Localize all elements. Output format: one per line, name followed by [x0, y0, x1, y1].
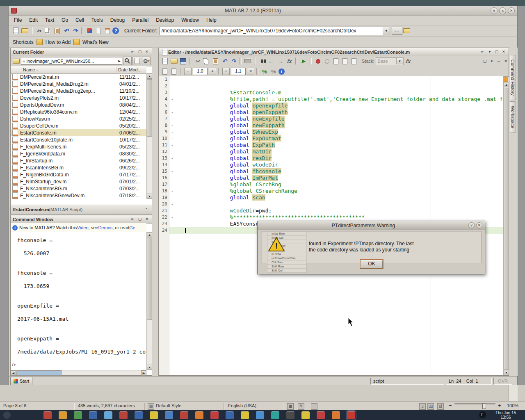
code-text[interactable]: global ImParMat — [175, 168, 503, 175]
getting-started-link[interactable]: Ge — [129, 225, 135, 230]
file-row[interactable]: DMPexcel2mat_MediaDrug2exp... 11/10/2... — [11, 87, 146, 94]
panel-menu-icon[interactable]: ▾ — [487, 49, 493, 55]
copy-icon[interactable] — [202, 57, 210, 65]
scroll-down-icon[interactable]: ▼ — [147, 365, 152, 370]
file-row[interactable]: F_IscanIntensBG.m 09/22/2... — [11, 164, 146, 171]
cut-icon[interactable]: ✂ — [35, 27, 43, 35]
paste-icon[interactable] — [211, 57, 219, 65]
stack-combobox[interactable]: Base ▾ — [376, 57, 404, 65]
word-count[interactable]: 435 words, 2,697 characters — [78, 403, 135, 408]
combo-dropdown-icon[interactable]: ▾ — [383, 27, 390, 35]
set-breakpoint-icon[interactable] — [314, 57, 322, 65]
profiler-icon[interactable] — [103, 27, 112, 35]
file-row[interactable]: F_NIscanIntensBGnewDev.m 07/18/2... — [11, 192, 146, 199]
stack-dropdown-icon[interactable]: ▾ — [396, 58, 403, 64]
breakpoint-column[interactable]: - — [169, 96, 175, 103]
taskbar-app-icon[interactable] — [347, 411, 355, 419]
step-out-icon[interactable] — [350, 57, 358, 65]
menu-item[interactable]: Debug — [107, 16, 128, 24]
code-text[interactable]: %[file,path] = uiputfile('.mat','Create … — [175, 89, 503, 96]
matlab-titlebar[interactable]: MATLAB 7.12.0 (R2011a) ∨ ∧ ✕ — [9, 6, 517, 16]
breakpoint-column[interactable]: - — [169, 122, 175, 129]
step-icon[interactable] — [332, 57, 340, 65]
taskbar-app-icon[interactable] — [89, 411, 97, 419]
start-button[interactable]: Start — [10, 377, 32, 385]
code-line[interactable]: 4 - global openExpfile — [159, 96, 503, 103]
scroll-up-icon[interactable]: ▲ — [147, 232, 152, 237]
file-row[interactable]: DshowRaw.m 02/25/2... — [11, 115, 146, 122]
code-line[interactable]: 9 - global ExpOutmat — [159, 129, 503, 135]
redo-icon[interactable]: ↷ — [229, 57, 237, 65]
up-folder-icon[interactable] — [403, 27, 411, 35]
code-text[interactable]: global openExppath — [175, 103, 503, 109]
code-text[interactable]: global newExpfile — [175, 109, 503, 116]
insert-cell-icon[interactable] — [161, 67, 169, 75]
browse-folder-button[interactable]: ... — [392, 27, 402, 35]
taskbar-app-icon[interactable] — [135, 411, 143, 419]
taskbar-launcher-icon[interactable] — [3, 411, 11, 419]
code-line[interactable]: 13 - global wCodeDir — [159, 155, 503, 162]
taskbar-app-icon[interactable] — [150, 411, 158, 419]
code-line[interactable]: 15 - global ImParMat — [159, 168, 503, 175]
close-file-icon[interactable]: ✕ — [503, 59, 509, 64]
code-text[interactable]: wCodeDir=pwd; — [175, 201, 503, 208]
open-folder-icon[interactable] — [170, 57, 178, 65]
breakpoint-column[interactable]: - — [169, 168, 175, 175]
zoom-slider-track[interactable] — [454, 403, 495, 404]
breakpoint-column[interactable]: - — [169, 129, 175, 135]
code-line[interactable]: 2 %EstartConsole.m — [159, 83, 503, 89]
minimize-icon[interactable]: ∨ — [491, 7, 498, 14]
code-text[interactable] — [175, 194, 503, 201]
taskbar-app-icon[interactable] — [165, 411, 173, 419]
menu-item[interactable]: Help — [203, 16, 220, 24]
copy-icon[interactable] — [44, 27, 52, 35]
scroll-down-icon[interactable]: ▼ — [147, 194, 152, 199]
breakpoint-column[interactable] — [169, 194, 175, 201]
breakpoint-column[interactable] — [169, 181, 175, 188]
separator[interactable] — [310, 57, 312, 65]
increment-value-button[interactable]: + — [209, 68, 216, 75]
breakpoint-column[interactable]: - — [169, 135, 175, 142]
maximize-icon[interactable]: ∧ — [499, 7, 506, 14]
code-line[interactable]: 6 - global newExpfile — [159, 109, 503, 116]
editor-vscrollbar[interactable]: ▲ ▼ — [503, 82, 509, 375]
taskbar-app-icon[interactable] — [301, 411, 310, 419]
taskbar-app-icon[interactable] — [59, 411, 67, 419]
taskbar-app-icon[interactable] — [180, 411, 188, 419]
actions-gear-icon[interactable]: ⚙▾ — [142, 57, 151, 65]
code-text[interactable]: global ExpOutmat — [175, 129, 503, 135]
decrement-value-button[interactable]: − — [184, 68, 192, 75]
file-row[interactable]: F_IgenBkGrdData.m 08/30/2... — [11, 150, 146, 157]
increment-value-field[interactable]: 1.0 — [193, 68, 208, 75]
page-style[interactable]: Default Style — [156, 403, 181, 408]
name-column-header[interactable]: Name ▵ — [11, 67, 116, 72]
code-text[interactable]: %global CSrchRng — [175, 175, 503, 181]
taskbar-app-icon[interactable] — [332, 411, 340, 419]
command-window-vscrollbar[interactable]: ▲ ▼ — [146, 232, 152, 370]
taskbar-app-icon[interactable] — [256, 411, 264, 419]
code-line[interactable]: 21 %************************************… — [159, 208, 503, 214]
multiply-value-button[interactable]: × — [247, 68, 254, 75]
menu-item[interactable]: Cell — [72, 16, 88, 24]
stack-view-icon[interactable] — [132, 57, 141, 65]
file-list-scrollbar[interactable]: ▲ ▼ — [146, 73, 152, 199]
menu-item[interactable]: Edit — [25, 16, 41, 24]
scroll-right-icon[interactable]: ▶ — [141, 370, 146, 376]
code-line[interactable]: 17 %global CSrearchRange — [159, 181, 503, 188]
code-text[interactable]: EASYconsole — [175, 214, 503, 221]
signature-icon[interactable] — [311, 403, 317, 410]
side-tab[interactable]: Workspace — [510, 101, 516, 133]
code-text[interactable]: global scan — [175, 188, 503, 194]
command-window-header[interactable]: Command Window ⇤ ▢ ✕ — [11, 215, 152, 224]
code-text[interactable]: %***************************************… — [175, 208, 503, 214]
code-text[interactable]: global openExpfile — [175, 96, 503, 103]
zoom-slider-knob[interactable] — [482, 403, 486, 409]
dock-icon[interactable]: ⇤ — [130, 49, 136, 55]
code-line[interactable]: 8 - global SWnewExp — [159, 122, 503, 129]
code-line[interactable]: 14 - global fhconsole — [159, 162, 503, 168]
menu-item[interactable]: Window — [178, 16, 203, 24]
new-file-icon[interactable] — [11, 27, 20, 35]
book-view-icon[interactable]: ▯| — [437, 403, 444, 410]
split-screen-icon[interactable]: ▢ — [482, 59, 488, 64]
editor-header[interactable]: Editor - /media/data/EASY/InovImager_jwr… — [159, 48, 509, 56]
